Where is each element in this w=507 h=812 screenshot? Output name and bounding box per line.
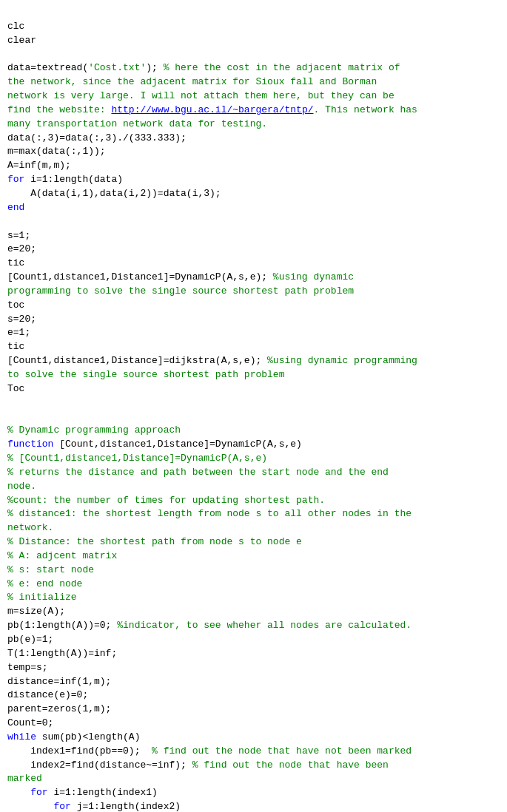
code-comment-8: % find out the node that have not been m… [152, 745, 412, 757]
code-link-1[interactable]: http://www.bgu.ac.il/~bargera/tntp/ [111, 104, 313, 115]
code-keyword-5: for [30, 787, 47, 798]
code-line-5: s=1; e=20; tic [Count1,distance1,Distanc… [7, 230, 273, 283]
code-keyword-2: end [7, 202, 24, 213]
code-line-12: index2=find(distance~=inf); [7, 759, 192, 771]
code-line-2: ); [146, 62, 163, 73]
code-line-7: Toc [7, 383, 24, 394]
code-comment-7: %indicator, to see wheher all nodes are … [117, 620, 412, 631]
code-keyword-3: function [7, 439, 53, 450]
code-line-8: [Count,distance1,Distance]=DynamicP(A,s,… [53, 439, 301, 450]
code-line-6: toc s=20; e=1; tic [Count1,distance1,Dis… [7, 300, 267, 366]
code-keyword-4: while [7, 731, 36, 742]
code-line-13 [7, 787, 30, 798]
code-comment-5: % Dynamic programming approach [7, 424, 181, 436]
code-line-4: i=1:length(data) A(data(i,1),data(i,2))=… [7, 174, 221, 199]
code-line-3: data(:,3)=data(:,3)./(333.333); m=max(da… [7, 132, 187, 172]
code-keyword-1: for [7, 174, 24, 185]
code-line-10: pb(e)=1; T(1:length(A))=inf; temp=s; dis… [7, 634, 117, 728]
code-comment-6: % [Count1,distance1,Distance]=DynamicP(A… [7, 453, 412, 603]
code-editor: clc clear data=textread('Cost.txt'); % h… [0, 0, 507, 812]
code-keyword-6: for [53, 801, 70, 812]
code-string-1: 'Cost.txt' [88, 62, 146, 73]
code-line-1: clc clear data=textread( [7, 21, 88, 74]
code-line-9: m=size(A); pb(1:length(A))=0; [7, 606, 117, 631]
